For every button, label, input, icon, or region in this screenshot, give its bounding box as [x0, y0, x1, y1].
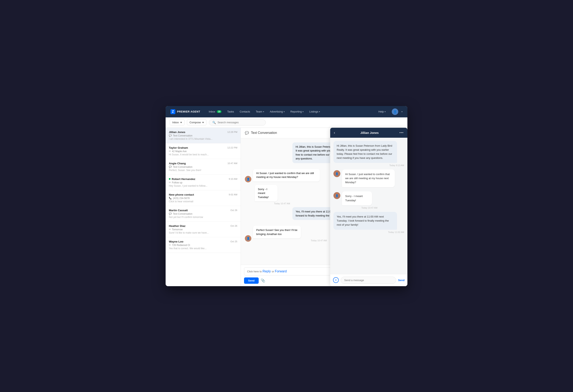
conversation-title: Text Conversation [251, 131, 277, 135]
nav-logo-text: PREMIER AGENT [177, 110, 200, 113]
right-message-sent: Yes, I'll meet you there at 11:00 AM nex… [333, 212, 404, 233]
main-content: Jillian Jones 12:28 PM 💬 Text Conversati… [166, 128, 407, 286]
app-container: Z PREMIER AGENT Inbox 10 Tasks Contacts … [166, 106, 407, 286]
listings-chevron-icon: ▾ [319, 111, 320, 113]
zillow-logo-icon: Z [170, 109, 175, 114]
nav-right: Help ▾ 👤 ▾ [376, 106, 403, 117]
inbox-item[interactable]: Taylor Graham 12:22 PM ✉ 42 Maple Ave Hi… [166, 143, 241, 159]
reply-prefix: Click here to [247, 270, 263, 273]
reporting-chevron-icon: ▾ [303, 111, 304, 113]
right-chat-header: ‹ Jillian Jones ••• [330, 128, 407, 138]
avatar-chevron-icon: ▾ [401, 111, 403, 113]
compose-select[interactable]: Compose ▾ [187, 119, 207, 125]
add-media-button[interactable]: + [333, 277, 339, 283]
message-input[interactable] [341, 277, 396, 284]
send-button[interactable]: Send [244, 277, 259, 284]
more-button[interactable]: ••• [399, 131, 404, 134]
search-input[interactable] [217, 121, 262, 124]
right-messages: Hi Jillian, this is Susan Peterson from … [330, 138, 407, 274]
nav-contacts[interactable]: Contacts [237, 106, 253, 117]
reply-link[interactable]: Reply [263, 270, 271, 273]
inbox-item[interactable]: Robert Hernandez 9:10 AM ✉ Follow up Hey… [166, 175, 241, 190]
back-button[interactable]: ‹ [334, 131, 340, 135]
inbox-item[interactable]: Angie Chang 10:47 AM 💬 Text Conversation… [166, 159, 241, 175]
nav-listings[interactable]: Listings ▾ [306, 106, 323, 117]
inbox-item[interactable]: New phone contact 9:02 AM 📞 (415) 234-56… [166, 190, 241, 206]
right-chat-title: Jillian Jones [340, 131, 399, 135]
right-message-received: 👤Sorry - I meant Tuesday!Today 10:47 AM [333, 191, 404, 209]
inbox-select[interactable]: Inbox ▾ [170, 119, 184, 125]
team-chevron-icon: ▾ [263, 111, 264, 113]
inbox-chevron-icon: ▾ [180, 121, 182, 124]
nav-reporting[interactable]: Reporting ▾ [287, 106, 306, 117]
conversation-icon: 💬 [245, 131, 249, 135]
nav-team[interactable]: Team ▾ [253, 106, 267, 117]
nav-tasks[interactable]: Tasks [224, 106, 237, 117]
right-message-sent: Hi Jillian, this is Susan Peterson from … [333, 141, 404, 167]
search-icon: 🔍 [212, 121, 216, 124]
nav-logo: Z PREMIER AGENT [170, 109, 200, 114]
forward-link[interactable]: Forward [275, 270, 287, 273]
inbox-item[interactable]: Heather Diaz Oct 26 ✉ Tomorrow Sure! I'd… [166, 222, 241, 237]
compose-chevron-icon: ▾ [202, 121, 204, 124]
inbox-item[interactable]: Wayne Loo Oct 25 ✉ 726 Redwood Ct Yes th… [166, 237, 241, 253]
nav-inbox[interactable]: Inbox 10 [206, 106, 224, 117]
avatar[interactable]: 👤 [392, 108, 398, 115]
inbox-item[interactable]: Martin Cassatt Oct 26 💬 Text Conversatio… [166, 206, 241, 222]
nav-inbox-badge: 10 [217, 110, 221, 113]
right-chat-panel: ‹ Jillian Jones ••• Hi Jillian, this is … [330, 128, 407, 286]
attachment-icon[interactable]: 📎 [261, 278, 265, 283]
right-chat-footer: + Send [330, 274, 407, 286]
nav-advertising[interactable]: Advertising ▾ [267, 106, 287, 117]
search-box: 🔍 [209, 119, 266, 125]
inbox-list: Jillian Jones 12:28 PM 💬 Text Conversati… [166, 128, 241, 286]
help-chevron-icon: ▾ [385, 111, 386, 113]
inbox-item[interactable]: Jillian Jones 12:28 PM 💬 Text Conversati… [166, 128, 241, 143]
right-message-received: 👤Hi Susan. I just wanted to confirm that… [333, 170, 404, 188]
right-send-button[interactable]: Send [398, 279, 405, 282]
toolbar: Inbox ▾ Compose ▾ 🔍 [166, 117, 407, 128]
top-nav: Z PREMIER AGENT Inbox 10 Tasks Contacts … [166, 106, 407, 117]
advertising-chevron-icon: ▾ [284, 111, 285, 113]
reply-or: or [272, 270, 275, 273]
nav-help[interactable]: Help ▾ [376, 106, 389, 117]
